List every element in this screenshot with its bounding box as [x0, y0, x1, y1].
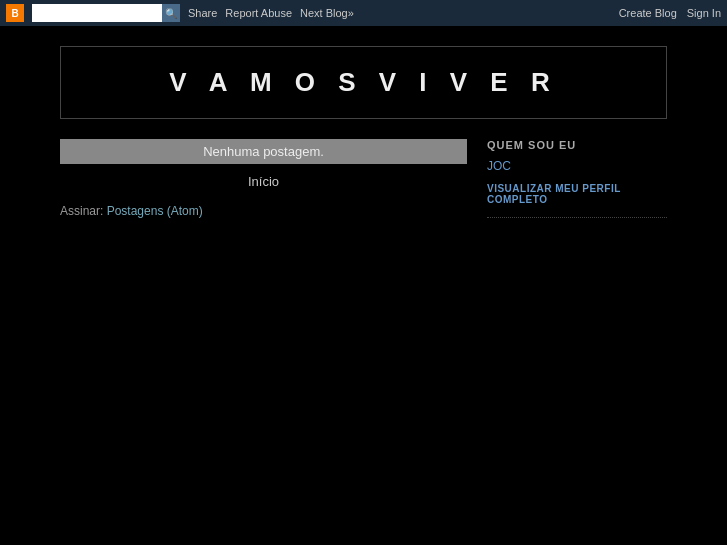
- navbar: B 🔍 Share Report Abuse Next Blog» Create…: [0, 0, 727, 26]
- next-blog-link[interactable]: Next Blog»: [300, 7, 354, 19]
- right-column: QUEM SOU EU JOC VISUALIZAR MEU PERFIL CO…: [487, 139, 667, 218]
- right-divider: [487, 217, 667, 218]
- share-link[interactable]: Share: [188, 7, 217, 19]
- report-abuse-link[interactable]: Report Abuse: [225, 7, 292, 19]
- blog-title-box: V A M O S V I V E R: [60, 46, 667, 119]
- main-wrapper: V A M O S V I V E R Nenhuma postagem. In…: [0, 26, 727, 238]
- inicio-link[interactable]: Início: [60, 174, 467, 189]
- subscribe-line: Assinar: Postagens (Atom): [60, 204, 467, 218]
- subscribe-prefix: Assinar:: [60, 204, 107, 218]
- subscribe-link[interactable]: Postagens (Atom): [107, 204, 203, 218]
- svg-text:B: B: [12, 8, 19, 19]
- create-blog-link[interactable]: Create Blog: [619, 7, 677, 19]
- no-posts-bar: Nenhuma postagem.: [60, 139, 467, 164]
- profile-name-link[interactable]: JOC: [487, 159, 667, 173]
- content-area: Nenhuma postagem. Início Assinar: Postag…: [60, 139, 667, 218]
- quem-sou-eu-title: QUEM SOU EU: [487, 139, 667, 151]
- navbar-right: Create Blog Sign In: [619, 7, 721, 19]
- search-form: 🔍: [32, 4, 180, 22]
- search-icon: 🔍: [165, 8, 177, 19]
- view-profile-link[interactable]: VISUALIZAR MEU PERFIL COMPLETO: [487, 183, 667, 205]
- blog-title: V A M O S V I V E R: [81, 67, 646, 98]
- sign-in-link[interactable]: Sign In: [687, 7, 721, 19]
- left-column: Nenhuma postagem. Início Assinar: Postag…: [60, 139, 467, 218]
- search-button[interactable]: 🔍: [162, 4, 180, 22]
- blogger-logo: B: [6, 4, 24, 22]
- search-input[interactable]: [32, 4, 162, 22]
